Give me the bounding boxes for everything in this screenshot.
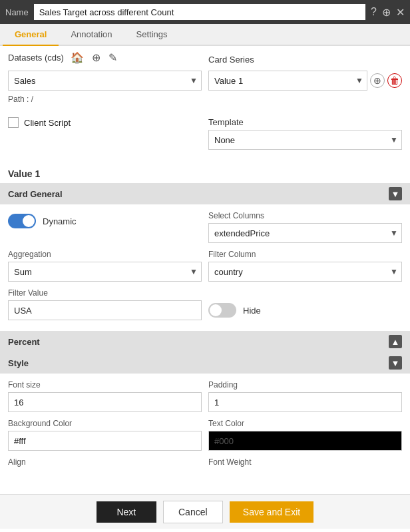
card-series-delete-icon[interactable]: 🗑: [387, 73, 402, 88]
select-columns-select[interactable]: extendedPrice: [208, 223, 402, 243]
hide-label: Hide: [243, 306, 261, 316]
filter-column-wrap: country ▼: [208, 262, 402, 282]
tabs-bar: General Annotation Settings: [0, 24, 410, 46]
align-weight-row: Align Font Weight: [8, 457, 402, 469]
bg-color-label: Background Color: [8, 419, 202, 428]
text-color-input[interactable]: [208, 431, 402, 451]
tab-annotation[interactable]: Annotation: [59, 24, 124, 46]
font-size-input[interactable]: [8, 392, 202, 412]
card-series-add-icon[interactable]: ⊕: [370, 73, 385, 88]
title-input[interactable]: [34, 4, 365, 20]
tab-general[interactable]: General: [3, 24, 59, 46]
padding-input[interactable]: [208, 392, 402, 412]
help-icon[interactable]: ?: [371, 6, 377, 19]
card-general-section: Card General ▼ Dynamic Select Columns: [0, 183, 410, 331]
aggregation-label: Aggregation: [8, 250, 202, 259]
percent-collapse-icon[interactable]: ▲: [389, 335, 402, 348]
card-general-label: Card General: [8, 189, 63, 199]
font-size-label: Font size: [8, 380, 202, 390]
card-general-content: Dynamic Select Columns extendedPrice ▼: [0, 204, 410, 331]
percent-bar[interactable]: Percent ▲: [0, 331, 410, 352]
text-color-label: Text Color: [208, 419, 402, 428]
value-heading: Value 1: [0, 164, 410, 183]
datasets-home-icon[interactable]: 🏠: [69, 51, 85, 64]
percent-label: Percent: [8, 337, 40, 347]
template-client-row: Client Script Template None ▼: [8, 117, 402, 155]
font-weight-label: Font Weight: [208, 457, 402, 467]
header-icons: ? ⊕ ✕: [371, 6, 405, 19]
card-series-select[interactable]: Value 1: [208, 71, 367, 91]
percent-section: Percent ▲: [0, 331, 410, 352]
template-label: Template: [208, 117, 402, 127]
hide-toggle-knob: [210, 304, 222, 316]
main-content: Datasets (cds) 🏠 ⊕ ✎ Card Series Sales ▼: [0, 46, 410, 494]
style-section: Style ▼ Font size Padding Background Col…: [0, 352, 410, 480]
next-button[interactable]: Next: [97, 501, 156, 523]
dynamic-toggle-knob: [23, 215, 35, 227]
card-series-label: Card Series: [208, 55, 254, 65]
aggregation-filter-row: Aggregation Sum ▼ Filter Column country: [8, 250, 402, 282]
filter-column-select[interactable]: country: [208, 262, 402, 282]
filter-value-hide-row: Filter Value Hide: [8, 288, 402, 320]
filter-column-label: Filter Column: [208, 250, 402, 259]
datasets-label: Datasets (cds): [8, 53, 64, 63]
close-icon[interactable]: ✕: [396, 6, 405, 19]
aggregation-wrap: Sum ▼: [8, 262, 202, 282]
bg-color-input[interactable]: [8, 431, 202, 451]
template-select-wrap: None ▼: [208, 130, 402, 150]
move-icon[interactable]: ⊕: [382, 6, 391, 19]
client-script-row: Client Script: [8, 117, 202, 128]
card-series-select-wrap: Value 1 ▼: [208, 71, 367, 91]
style-collapse-icon[interactable]: ▼: [389, 356, 402, 370]
style-bar[interactable]: Style ▼: [0, 352, 410, 374]
dynamic-cols-row: Dynamic Select Columns extendedPrice ▼: [8, 211, 402, 243]
save-exit-button[interactable]: Save and Exit: [230, 501, 313, 523]
name-label: Name: [5, 7, 29, 17]
tab-settings[interactable]: Settings: [124, 24, 180, 46]
datasets-select[interactable]: Sales: [8, 71, 202, 91]
datasets-add-icon[interactable]: ⊕: [91, 51, 102, 64]
color-row: Background Color Text Color: [8, 419, 402, 451]
filter-value-label: Filter Value: [8, 288, 202, 298]
header: Name ? ⊕ ✕: [0, 0, 410, 24]
footer: Next Cancel Save and Exit: [0, 494, 410, 529]
datasets-row: Datasets (cds) 🏠 ⊕ ✎: [8, 51, 202, 64]
dynamic-label: Dynamic: [43, 216, 77, 226]
dynamic-toggle-wrap: Dynamic: [8, 214, 202, 228]
datasets-edit-icon[interactable]: ✎: [107, 51, 118, 64]
aggregation-select[interactable]: Sum: [8, 262, 202, 282]
card-general-bar[interactable]: Card General ▼: [0, 183, 410, 204]
datasets-select-wrap: Sales ▼: [8, 71, 202, 91]
align-label: Align: [8, 457, 202, 467]
font-padding-row: Font size Padding: [8, 380, 402, 412]
filter-value-input[interactable]: [8, 300, 202, 320]
card-series-controls: ⊕ 🗑: [370, 73, 402, 88]
path-text: Path : /: [8, 95, 402, 104]
padding-label: Padding: [208, 380, 402, 390]
template-row: Template None ▼: [208, 117, 402, 150]
style-label: Style: [8, 358, 29, 368]
card-general-collapse-icon[interactable]: ▼: [389, 187, 402, 200]
client-script-label: Client Script: [24, 118, 71, 128]
datasets-selects-row: Sales ▼ Value 1 ▼ ⊕ 🗑: [8, 71, 402, 91]
template-select[interactable]: None: [208, 130, 402, 150]
cancel-button[interactable]: Cancel: [163, 501, 223, 523]
select-columns-wrap: extendedPrice ▼: [208, 223, 402, 243]
hide-toggle[interactable]: [208, 303, 236, 318]
style-content: Font size Padding Background Color Text …: [0, 374, 410, 480]
template-section: Client Script Template None ▼: [0, 112, 410, 164]
client-script-checkbox[interactable]: [8, 117, 19, 128]
select-columns-label: Select Columns: [208, 211, 402, 220]
datasets-section: Datasets (cds) 🏠 ⊕ ✎ Card Series Sales ▼: [0, 46, 410, 112]
dynamic-toggle[interactable]: [8, 214, 36, 228]
